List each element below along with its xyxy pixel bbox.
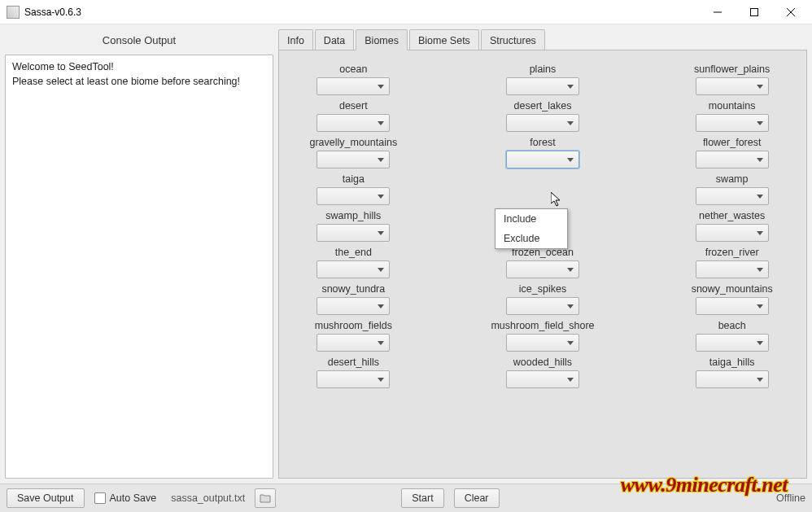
biome-select-swamp[interactable] (696, 187, 769, 205)
biome-cell: taiga_hills (674, 357, 790, 388)
biome-select-nether_wastes[interactable] (696, 224, 769, 242)
biome-label: plains (530, 63, 557, 75)
tab-bar: InfoDataBiomesBiome SetsStructures (278, 29, 807, 50)
chevron-down-icon (757, 158, 763, 162)
biome-select-forest[interactable] (506, 151, 579, 168)
biome-label: snowy_mountains (692, 283, 773, 295)
dropdown-menu: Include Exclude (495, 208, 568, 249)
biome-cell: beach (674, 320, 790, 352)
biome-label: mountains (709, 100, 756, 112)
biome-label: frozen_river (705, 247, 759, 258)
chevron-down-icon (757, 341, 763, 345)
biome-select-wooded_hills[interactable] (506, 370, 579, 388)
biome-cell: mushroom_field_shore (485, 320, 601, 352)
biome-select-snowy_tundra[interactable] (317, 297, 390, 315)
chevron-down-icon (757, 268, 763, 272)
biome-cell: desert (295, 100, 412, 132)
biome-select-snowy_mountains[interactable] (696, 297, 769, 315)
biome-select-mountains[interactable] (696, 114, 769, 132)
biome-cell: nether_wastes (674, 210, 790, 242)
chevron-down-icon (757, 378, 763, 382)
console-line: Welcome to SeedTool! (12, 60, 266, 75)
biome-select-sunflower_plains[interactable] (696, 77, 769, 95)
browse-folder-button[interactable] (255, 488, 276, 508)
chevron-down-icon (567, 304, 574, 309)
clear-button[interactable]: Clear (454, 488, 500, 508)
autosave-checkbox[interactable] (94, 492, 106, 504)
biome-select-desert[interactable] (317, 114, 390, 132)
biome-cell: frozen_river (674, 247, 790, 278)
biome-label: the_end (335, 247, 372, 258)
chevron-down-icon (378, 341, 384, 345)
folder-icon (260, 493, 271, 503)
biome-cell: swamp (674, 173, 790, 205)
chevron-down-icon (378, 231, 384, 235)
app-icon (7, 6, 20, 19)
biome-select-swamp_hills[interactable] (317, 224, 390, 242)
console-panel: Console Output Welcome to SeedTool! Plea… (5, 29, 273, 479)
biome-select-desert_lakes[interactable] (506, 114, 579, 132)
tab-biome-sets[interactable]: Biome Sets (409, 29, 479, 50)
chevron-down-icon (757, 121, 763, 125)
biome-label: desert_lakes (514, 100, 572, 112)
biome-select-desert_hills[interactable] (317, 370, 390, 388)
biome-select-frozen_river[interactable] (696, 260, 769, 278)
chevron-down-icon (757, 231, 763, 235)
biome-label: snowy_tundra (321, 283, 385, 295)
biome-select-mushroom_fields[interactable] (317, 334, 390, 352)
biome-label: desert (339, 100, 368, 112)
window-minimize-button[interactable] (699, 0, 736, 24)
biome-cell: taiga (295, 173, 412, 205)
autosave-checkbox-wrap[interactable]: Auto Save (94, 492, 157, 504)
biome-select-flower_forest[interactable] (696, 151, 769, 168)
biome-label: taiga_hills (709, 357, 755, 368)
chevron-down-icon (378, 304, 384, 309)
chevron-down-icon (567, 121, 574, 125)
chevron-down-icon (378, 268, 384, 272)
biome-select-frozen_ocean[interactable] (506, 260, 579, 278)
start-button[interactable]: Start (401, 488, 443, 508)
dropdown-option-exclude[interactable]: Exclude (495, 229, 567, 248)
window-close-button[interactable] (772, 0, 809, 24)
biome-select-taiga_hills[interactable] (696, 370, 769, 388)
output-filename: sassa_output.txt (171, 492, 245, 504)
biome-select-plains[interactable] (506, 77, 579, 95)
tab-content-biomes: oceanplainssunflower_plainsdesertdesert_… (278, 50, 807, 479)
save-output-button[interactable]: Save Output (7, 488, 85, 508)
biome-cell: ice_spikes (485, 283, 601, 315)
biome-label: forest (530, 137, 555, 148)
bottom-toolbar: Save Output Auto Save sassa_output.txt S… (0, 484, 812, 512)
status-text: Offline (776, 492, 805, 504)
biome-cell: plains (485, 63, 601, 95)
biome-select-ocean[interactable] (317, 77, 390, 95)
biome-cell: mountains (674, 100, 790, 132)
biome-select-mushroom_field_shore[interactable] (506, 334, 579, 352)
biome-select-the_end[interactable] (317, 260, 390, 278)
biome-cell: swamp_hills (295, 210, 412, 242)
console-header: Console Output (5, 29, 273, 55)
tab-biomes[interactable]: Biomes (356, 29, 408, 50)
biome-select-ice_spikes[interactable] (506, 297, 579, 315)
biome-cell: mushroom_fields (295, 320, 412, 352)
console-output: Welcome to SeedTool! Please select at le… (5, 55, 273, 479)
tab-data[interactable]: Data (315, 29, 354, 50)
biome-cell: frozen_ocean (485, 247, 601, 278)
biome-cell: desert_lakes (485, 100, 601, 132)
biome-label: desert_hills (328, 357, 379, 368)
biome-label: mushroom_field_shore (491, 320, 594, 331)
chevron-down-icon (378, 85, 384, 89)
biome-cell: desert_hills (295, 357, 412, 388)
tab-info[interactable]: Info (278, 29, 313, 50)
biome-label: gravelly_mountains (309, 137, 397, 148)
dropdown-option-include[interactable]: Include (495, 209, 567, 229)
window-maximize-button[interactable] (736, 0, 772, 24)
biome-select-gravelly_mountains[interactable] (317, 151, 390, 168)
biome-label: nether_wastes (699, 210, 765, 221)
biome-cell: flower_forest (674, 137, 790, 168)
biome-select-beach[interactable] (696, 334, 769, 352)
biome-label: swamp (716, 173, 749, 185)
svg-rect-0 (750, 8, 757, 15)
tab-structures[interactable]: Structures (481, 29, 545, 50)
chevron-down-icon (567, 85, 574, 89)
biome-select-taiga[interactable] (317, 187, 390, 205)
